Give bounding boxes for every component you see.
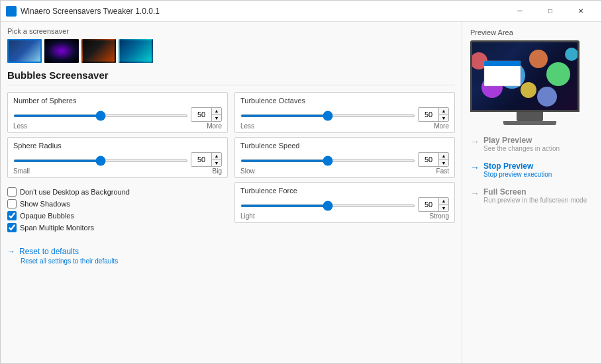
number-of-spheres-arrows: ▲ ▼	[211, 108, 221, 121]
checkbox-shadows: Show Shadows	[7, 199, 228, 208]
reset-section: → Reset to defaults Reset all settings t…	[7, 242, 455, 270]
reset-subtitle: Reset all settings to their defaults	[21, 257, 455, 265]
turbulence-force-up[interactable]: ▲	[439, 198, 448, 205]
sphere-radius-spinner: ▲ ▼	[191, 152, 222, 167]
thumbnail-water[interactable]	[119, 39, 153, 63]
titlebar-buttons: ─ □ ✕	[505, 1, 596, 22]
turbulence-force-control: Turbulence Force ▲ ▼	[234, 182, 455, 223]
titlebar-title: Winaero Screensavers Tweaker 1.0.0.1	[21, 7, 505, 16]
number-of-spheres-input[interactable]	[191, 108, 211, 121]
turbulence-force-slider-wrap	[240, 200, 415, 209]
checkboxes-area: Don't use Desktop as Background Show Sha…	[7, 182, 228, 235]
sphere-radius-control: Sphere Radius ▲ ▼	[7, 137, 228, 178]
fullscreen-action[interactable]: → Full Screen Run preview in the fullscr…	[470, 187, 593, 204]
sphere-radius-slider-row: ▲ ▼	[13, 152, 222, 167]
number-of-spheres-control: Number of Spheres ▲ ▼	[7, 92, 228, 133]
preview-bubble	[529, 50, 548, 68]
fullscreen-subtitle: Run preview in the fullscreen mode	[483, 197, 587, 204]
turbulence-octaves-arrows: ▲ ▼	[438, 108, 448, 121]
play-preview-text: Play Preview See the changes in action	[483, 136, 560, 152]
stop-preview-action[interactable]: → Stop Preview Stop preview execution	[470, 161, 593, 178]
monitor-screen	[470, 40, 579, 112]
main-content: Pick a screensaver Bubbles Screensaver N…	[1, 22, 601, 363]
turbulence-force-min-label: Light	[240, 212, 255, 220]
turbulence-speed-spinner: ▲ ▼	[418, 152, 449, 167]
turbulence-octaves-min-label: Less	[240, 122, 254, 130]
turbulence-octaves-input[interactable]	[419, 108, 438, 121]
app-icon	[6, 6, 17, 17]
turbulence-speed-down[interactable]: ▼	[439, 159, 448, 166]
turbulence-speed-max-label: Fast	[436, 167, 449, 175]
preview-bubble	[521, 82, 536, 98]
number-of-spheres-up[interactable]: ▲	[212, 108, 221, 114]
turbulence-octaves-range-labels: Less More	[240, 122, 449, 130]
play-preview-subtitle: See the changes in action	[483, 145, 560, 152]
number-of-spheres-slider[interactable]	[13, 114, 188, 117]
thumbnail-bubbles[interactable]	[7, 39, 42, 63]
fullscreen-title: Full Screen	[483, 187, 587, 197]
turbulence-speed-range-labels: Slow Fast	[240, 167, 449, 175]
checkbox-opaque: Opaque Bubbles	[7, 211, 228, 220]
number-of-spheres-min-label: Less	[13, 122, 27, 130]
turbulence-octaves-control: Turbulence Octaves ▲ ▼	[234, 92, 455, 133]
turbulence-speed-up[interactable]: ▲	[439, 153, 448, 159]
turbulence-speed-label: Turbulence Speed	[240, 142, 449, 150]
turbulence-force-down[interactable]: ▼	[439, 205, 448, 211]
fullscreen-text: Full Screen Run preview in the fullscree…	[483, 187, 587, 204]
shadows-checkbox[interactable]	[7, 199, 17, 208]
thumbnail-flames[interactable]	[81, 39, 116, 63]
sphere-radius-slider-wrap	[13, 155, 188, 164]
turbulence-octaves-up[interactable]: ▲	[439, 108, 448, 114]
turbulence-force-input[interactable]	[419, 198, 438, 211]
preview-bubbles-svg	[472, 42, 577, 110]
turbulence-speed-slider-row: ▲ ▼	[240, 152, 449, 167]
turbulence-octaves-slider[interactable]	[240, 114, 415, 117]
turbulence-force-area: Turbulence Force ▲ ▼	[234, 182, 455, 235]
close-button[interactable]: ✕	[566, 1, 596, 22]
checkbox-no-desktop: Don't use Desktop as Background	[7, 187, 228, 197]
turbulence-speed-slider[interactable]	[240, 159, 415, 162]
opaque-checkbox[interactable]	[7, 211, 17, 220]
turbulence-octaves-down[interactable]: ▼	[439, 114, 448, 121]
play-preview-arrow-icon: →	[470, 136, 479, 147]
turbulence-force-max-label: Strong	[430, 212, 449, 220]
sphere-radius-input[interactable]	[191, 153, 211, 166]
titlebar: Winaero Screensavers Tweaker 1.0.0.1 ─ □…	[1, 1, 601, 22]
turbulence-speed-slider-wrap	[240, 155, 415, 164]
number-of-spheres-slider-row: ▲ ▼	[13, 107, 222, 122]
checkbox-span: Span Multiple Monitors	[7, 223, 228, 232]
monitor-preview	[470, 40, 589, 126]
no-desktop-checkbox[interactable]	[7, 187, 17, 197]
turbulence-octaves-label: Turbulence Octaves	[240, 97, 449, 105]
right-panel: Preview Area	[462, 22, 601, 363]
turbulence-octaves-max-label: More	[434, 122, 449, 130]
fullscreen-arrow-icon: →	[470, 188, 479, 199]
preview-bubble	[537, 87, 557, 107]
stop-preview-title: Stop Preview	[483, 161, 552, 171]
turbulence-speed-input[interactable]	[419, 153, 438, 166]
maximize-button[interactable]: □	[535, 1, 566, 22]
number-of-spheres-down[interactable]: ▼	[212, 114, 221, 121]
play-preview-action[interactable]: → Play Preview See the changes in action	[470, 136, 593, 152]
turbulence-octaves-spinner: ▲ ▼	[418, 107, 449, 122]
turbulence-octaves-slider-row: ▲ ▼	[240, 107, 449, 122]
turbulence-octaves-slider-wrap	[240, 110, 415, 119]
turbulence-force-slider-row: ▲ ▼	[240, 197, 449, 212]
sphere-radius-slider[interactable]	[13, 159, 188, 162]
turbulence-speed-control: Turbulence Speed ▲ ▼	[234, 137, 455, 178]
no-desktop-label: Don't use Desktop as Background	[20, 188, 130, 196]
turbulence-force-arrows: ▲ ▼	[438, 198, 448, 211]
stop-preview-arrow-icon: →	[470, 162, 479, 173]
turbulence-force-slider[interactable]	[240, 205, 415, 207]
span-checkbox[interactable]	[7, 223, 17, 232]
sphere-radius-down[interactable]: ▼	[212, 159, 221, 166]
preview-dialog-bar	[484, 61, 521, 66]
minimize-button[interactable]: ─	[505, 1, 535, 22]
preview-area-label: Preview Area	[470, 28, 593, 36]
play-preview-title: Play Preview	[483, 136, 560, 145]
sphere-radius-up[interactable]: ▲	[212, 153, 221, 159]
reset-defaults-button[interactable]: → Reset to defaults	[7, 247, 455, 256]
sphere-radius-label: Sphere Radius	[13, 142, 222, 150]
number-of-spheres-range-labels: Less More	[13, 122, 222, 130]
thumbnail-lines[interactable]	[44, 39, 79, 63]
